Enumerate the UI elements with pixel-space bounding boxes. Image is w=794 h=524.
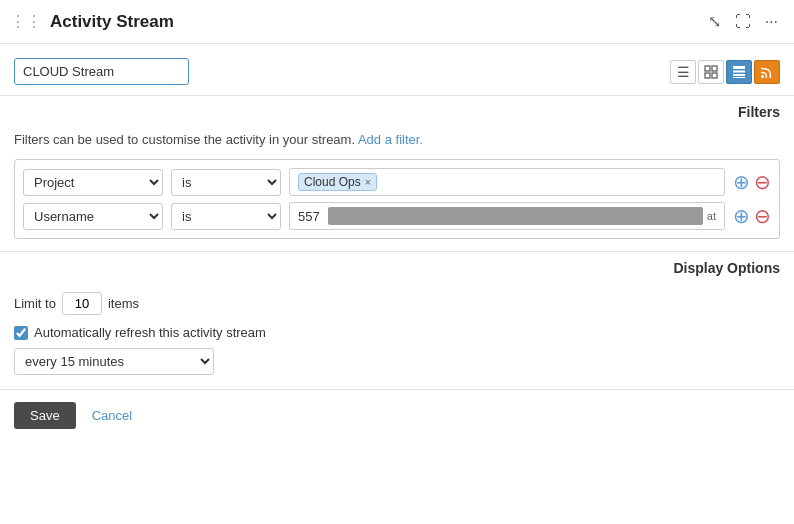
refresh-interval-select[interactable]: every 5 minutes every 15 minutes every 3… xyxy=(14,348,214,375)
minimize-button[interactable]: ⤡ xyxy=(706,10,723,33)
auto-refresh-checkbox[interactable] xyxy=(14,326,28,340)
filter-tag-cloudops: Cloud Ops × xyxy=(298,173,377,191)
svg-rect-5 xyxy=(733,70,745,72)
add-filter-link[interactable]: Add a filter. xyxy=(358,132,423,147)
grid-view-button[interactable] xyxy=(698,60,724,84)
filter-actions-2: ⊕ ⊖ xyxy=(733,206,771,226)
filter-value-field-2[interactable]: 557 at xyxy=(289,202,725,230)
filter-row: Project Username Type Date is is not con… xyxy=(23,202,771,230)
filters-description: Filters can be used to customise the act… xyxy=(14,132,780,147)
table-view-button[interactable] xyxy=(726,60,752,84)
feed-view-button[interactable] xyxy=(754,60,780,84)
filter-value-redacted xyxy=(328,207,703,225)
display-options-label: Display Options xyxy=(0,252,794,280)
filter-remove-button-2[interactable]: ⊖ xyxy=(754,206,771,226)
svg-rect-7 xyxy=(733,77,745,78)
filter-field-select-1[interactable]: Project Username Type Date xyxy=(23,169,163,196)
limit-row: Limit to items xyxy=(14,292,780,315)
filter-value-prefix: 557 xyxy=(298,209,320,224)
filter-rows-box: Project Username Type Date is is not con… xyxy=(14,159,780,239)
page-title: Activity Stream xyxy=(50,12,174,32)
filter-add-button-2[interactable]: ⊕ xyxy=(733,206,750,226)
view-icons-group: ☰ xyxy=(670,60,780,84)
display-options-container: Limit to items Automatically refresh thi… xyxy=(0,280,794,390)
svg-rect-3 xyxy=(712,73,717,78)
limit-input[interactable] xyxy=(62,292,102,315)
stream-name-input[interactable] xyxy=(14,58,189,85)
svg-point-8 xyxy=(761,75,764,78)
filters-container: Filters can be used to customise the act… xyxy=(0,124,794,252)
expand-button[interactable]: ⛶ xyxy=(733,11,753,33)
auto-refresh-label: Automatically refresh this activity stre… xyxy=(34,325,266,340)
filter-field-select-2[interactable]: Project Username Type Date xyxy=(23,203,163,230)
filters-section-label: Filters xyxy=(0,96,794,124)
more-options-button[interactable]: ··· xyxy=(763,11,780,33)
stream-name-row: ☰ xyxy=(0,44,794,96)
auto-refresh-row: Automatically refresh this activity stre… xyxy=(14,325,780,340)
filter-row: Project Username Type Date is is not con… xyxy=(23,168,771,196)
svg-rect-2 xyxy=(705,73,710,78)
limit-label-before: Limit to xyxy=(14,296,56,311)
svg-rect-6 xyxy=(733,74,745,76)
filters-description-text: Filters can be used to customise the act… xyxy=(14,132,355,147)
cancel-button[interactable]: Cancel xyxy=(88,402,136,429)
filter-add-button-1[interactable]: ⊕ xyxy=(733,172,750,192)
limit-label-after: items xyxy=(108,296,139,311)
list-view-button[interactable]: ☰ xyxy=(670,60,696,84)
filter-remove-button-1[interactable]: ⊖ xyxy=(754,172,771,192)
filter-op-select-1[interactable]: is is not contains xyxy=(171,169,281,196)
svg-rect-0 xyxy=(705,66,710,71)
filter-actions-1: ⊕ ⊖ xyxy=(733,172,771,192)
drag-handle-icon[interactable]: ⋮⋮ xyxy=(10,12,42,31)
filter-value-suffix: at xyxy=(707,210,716,222)
save-button[interactable]: Save xyxy=(14,402,76,429)
filter-value-field-1[interactable]: Cloud Ops × xyxy=(289,168,725,196)
header: ⋮⋮ Activity Stream ⤡ ⛶ ··· xyxy=(0,0,794,44)
header-actions: ⤡ ⛶ ··· xyxy=(706,10,780,33)
filter-tag-text: Cloud Ops xyxy=(304,175,361,189)
svg-rect-1 xyxy=(712,66,717,71)
svg-rect-4 xyxy=(733,66,745,69)
filter-tag-close-icon[interactable]: × xyxy=(365,176,371,188)
filter-op-select-2[interactable]: is is not contains xyxy=(171,203,281,230)
header-left: ⋮⋮ Activity Stream xyxy=(10,12,174,32)
footer-actions: Save Cancel xyxy=(0,390,794,441)
